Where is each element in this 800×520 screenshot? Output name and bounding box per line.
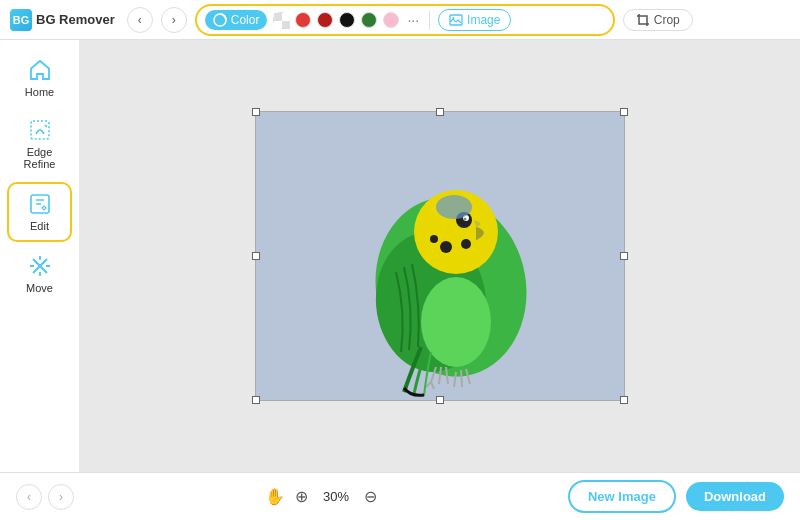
download-button[interactable]: Download bbox=[686, 482, 784, 511]
topbar: BG BG Remover ‹ › Color ··· bbox=[0, 0, 800, 40]
image-icon bbox=[449, 13, 463, 27]
more-colors-button[interactable]: ··· bbox=[405, 12, 421, 28]
color-swatch-green[interactable] bbox=[361, 12, 377, 28]
handle-top-right[interactable] bbox=[620, 108, 628, 116]
bottom-center: ✋ ⊕ 30% ⊖ bbox=[265, 487, 377, 506]
crop-tool-button[interactable]: Crop bbox=[623, 9, 693, 31]
transparent-icon bbox=[274, 13, 290, 29]
svg-point-19 bbox=[436, 195, 472, 219]
svg-point-14 bbox=[461, 239, 471, 249]
handle-bot-left[interactable] bbox=[252, 396, 260, 404]
sidebar-edge-refine-label: Edge Refine bbox=[17, 146, 62, 170]
sidebar: Home Edge Refine Edit M bbox=[0, 40, 80, 472]
next-button[interactable]: › bbox=[48, 484, 74, 510]
handle-top-left[interactable] bbox=[252, 108, 260, 116]
sidebar-item-edit[interactable]: Edit bbox=[7, 182, 72, 242]
handle-bot-right[interactable] bbox=[620, 396, 628, 404]
color-swatch-pink[interactable] bbox=[383, 12, 399, 28]
bottombar: ‹ › ✋ ⊕ 30% ⊖ New Image Download bbox=[0, 472, 800, 520]
toolbar-pill: Color ··· Image bbox=[195, 4, 615, 36]
home-icon bbox=[28, 58, 52, 82]
edge-refine-icon bbox=[28, 118, 52, 142]
app-logo: BG BG Remover bbox=[10, 9, 115, 31]
handle-mid-right[interactable] bbox=[620, 252, 628, 260]
forward-button[interactable]: › bbox=[161, 7, 187, 33]
new-image-button[interactable]: New Image bbox=[568, 480, 676, 513]
sidebar-item-move[interactable]: Move bbox=[7, 246, 72, 302]
sidebar-edit-label: Edit bbox=[30, 220, 49, 232]
handle-top-mid[interactable] bbox=[436, 108, 444, 116]
svg-point-15 bbox=[430, 235, 438, 243]
move-icon bbox=[28, 254, 52, 278]
color-swatch-darkred[interactable] bbox=[317, 12, 333, 28]
color-swatch-transparent[interactable] bbox=[273, 12, 289, 28]
hand-tool-icon[interactable]: ✋ bbox=[265, 487, 285, 506]
color-swatch-red[interactable] bbox=[295, 12, 311, 28]
svg-rect-4 bbox=[274, 21, 282, 29]
bottom-left: ‹ › bbox=[16, 484, 74, 510]
svg-rect-3 bbox=[282, 13, 290, 21]
edit-icon bbox=[28, 192, 52, 216]
zoom-in-icon[interactable]: ⊕ bbox=[295, 487, 308, 506]
zoom-value: 30% bbox=[318, 489, 354, 504]
bottom-right: New Image Download bbox=[568, 480, 784, 513]
svg-rect-1 bbox=[274, 13, 282, 21]
handle-mid-left[interactable] bbox=[252, 252, 260, 260]
app-title: BG Remover bbox=[36, 12, 115, 27]
image-tool-button[interactable]: Image bbox=[438, 9, 511, 31]
svg-point-18 bbox=[464, 218, 467, 221]
toolbar-divider bbox=[429, 10, 430, 30]
crop-icon bbox=[636, 13, 650, 27]
sidebar-home-label: Home bbox=[25, 86, 54, 98]
sidebar-item-edge-refine[interactable]: Edge Refine bbox=[7, 110, 72, 178]
canvas-area bbox=[80, 40, 800, 472]
color-tool-button[interactable]: Color bbox=[205, 10, 268, 30]
back-button[interactable]: ‹ bbox=[127, 7, 153, 33]
handle-bot-mid[interactable] bbox=[436, 396, 444, 404]
main-area: Home Edge Refine Edit M bbox=[0, 40, 800, 472]
sidebar-item-home[interactable]: Home bbox=[7, 50, 72, 106]
color-swatch-black[interactable] bbox=[339, 12, 355, 28]
color-circle-icon bbox=[213, 13, 227, 27]
image-canvas[interactable] bbox=[255, 111, 625, 401]
logo-icon: BG bbox=[10, 9, 32, 31]
sidebar-move-label: Move bbox=[26, 282, 53, 294]
bird-image bbox=[256, 112, 626, 402]
svg-point-13 bbox=[440, 241, 452, 253]
zoom-out-icon[interactable]: ⊖ bbox=[364, 487, 377, 506]
prev-button[interactable]: ‹ bbox=[16, 484, 42, 510]
svg-rect-2 bbox=[282, 21, 290, 29]
